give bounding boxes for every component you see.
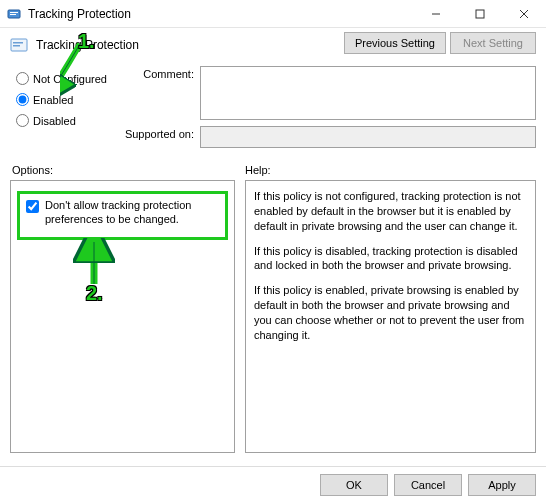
supported-on-field (200, 126, 536, 148)
options-checkbox-highlight: Don't allow tracking protection preferen… (17, 191, 228, 240)
close-button[interactable] (502, 0, 546, 28)
policy-icon (8, 34, 30, 56)
app-icon (6, 6, 22, 22)
radio-not-configured[interactable] (16, 72, 29, 85)
dialog-footer: OK Cancel Apply (0, 466, 546, 502)
comment-label: Comment: (120, 66, 194, 120)
radio-disabled[interactable] (16, 114, 29, 127)
next-setting-button[interactable]: Next Setting (450, 32, 536, 54)
window-controls (414, 0, 546, 28)
help-text-3: If this policy is enabled, private brows… (254, 283, 527, 342)
cancel-button[interactable]: Cancel (394, 474, 462, 496)
options-heading: Options: (10, 164, 235, 176)
previous-setting-button[interactable]: Previous Setting (344, 32, 446, 54)
svg-rect-2 (10, 14, 16, 15)
svg-rect-1 (10, 12, 18, 13)
page-header: Tracking Protection Previous Setting Nex… (0, 28, 546, 62)
supported-on-label: Supported on: (120, 126, 194, 148)
svg-rect-4 (476, 10, 484, 18)
help-heading: Help: (245, 164, 271, 176)
page-title: Tracking Protection (36, 38, 139, 52)
ok-button[interactable]: OK (320, 474, 388, 496)
svg-rect-9 (13, 45, 20, 47)
maximize-button[interactable] (458, 0, 502, 28)
dont-allow-changes-label[interactable]: Don't allow tracking protection preferen… (45, 198, 219, 227)
help-text-1: If this policy is not configured, tracki… (254, 189, 527, 234)
dont-allow-changes-checkbox[interactable] (26, 200, 39, 213)
titlebar: Tracking Protection (0, 0, 546, 28)
svg-rect-8 (13, 42, 23, 44)
apply-button[interactable]: Apply (468, 474, 536, 496)
window-title: Tracking Protection (28, 7, 131, 21)
help-pane: If this policy is not configured, tracki… (245, 180, 536, 453)
radio-enabled-label[interactable]: Enabled (33, 94, 73, 106)
radio-enabled[interactable] (16, 93, 29, 106)
radio-not-configured-label[interactable]: Not Configured (33, 73, 107, 85)
state-radio-group: Not Configured Enabled Disabled (10, 66, 110, 154)
minimize-button[interactable] (414, 0, 458, 28)
options-pane: Don't allow tracking protection preferen… (10, 180, 235, 453)
radio-disabled-label[interactable]: Disabled (33, 115, 76, 127)
help-text-2: If this policy is disabled, tracking pro… (254, 244, 527, 274)
comment-textarea[interactable] (200, 66, 536, 120)
